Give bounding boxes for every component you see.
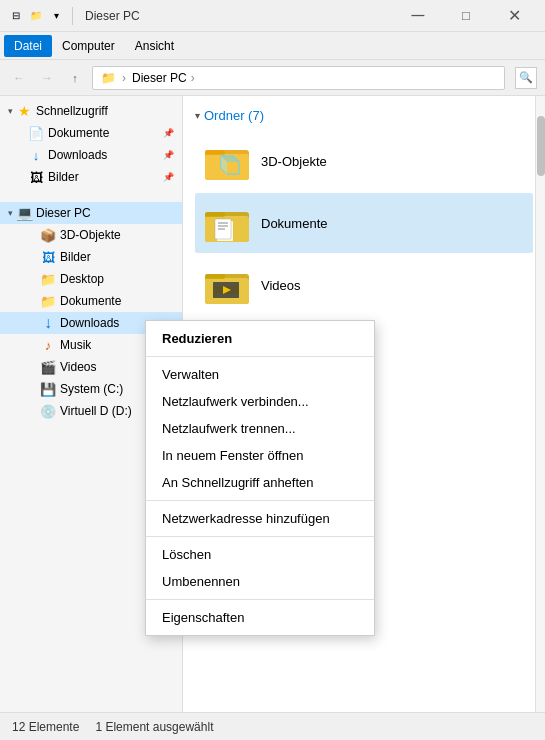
addressbar: ← → ↑ 📁 › Dieser PC › 🔍 [0,60,545,96]
expand-arrow-dieser-pc: ▾ [4,207,16,219]
expand-arrow-schnellzugriff: ▾ [4,105,16,117]
doc-icon-quick: 📄 [28,125,44,141]
titlebar-icons: ⊟ 📁 ▾ [8,7,77,25]
image-icon-quick: 🖼 [28,169,44,185]
sidebar-bilder-quick-label: Bilder [48,170,161,184]
sidebar-dokumente-label: Dokumente [60,294,174,308]
folder-3d-icon [203,137,251,185]
back-button[interactable]: ← [8,67,30,89]
sidebar-3dobjekte-label: 3D-Objekte [60,228,174,242]
ctx-item-eigenschaften[interactable]: Eigenschaften [146,604,374,631]
window-icon: ⊟ [8,8,24,24]
folder-3d-icon-sidebar: 📦 [40,227,56,243]
sidebar-item-bilder-quick[interactable]: 🖼 Bilder 📌 [0,166,182,188]
titlebar: ⊟ 📁 ▾ Dieser PC ─ □ ✕ [0,0,545,32]
folder-icon-title: 📁 [28,8,44,24]
ctx-item-verwalten[interactable]: Verwalten [146,361,374,388]
sidebar-item-desktop[interactable]: › 📁 Desktop [0,268,182,290]
minimize-button[interactable]: ─ [395,0,441,32]
video-icon: 🎬 [40,359,56,375]
sidebar-item-dokumente[interactable]: › 📁 Dokumente [0,290,182,312]
ctx-item-loeschen[interactable]: Löschen [146,541,374,568]
menu-datei[interactable]: Datei [4,35,52,57]
sidebar-schnellzugriff-label: Schnellzugriff [36,104,174,118]
sidebar-dieser-pc-label: Dieser PC [36,206,174,220]
sidebar-item-bilder[interactable]: › 🖼 Bilder [0,246,182,268]
download-icon-sidebar: ↓ [40,315,56,331]
ctx-item-schnellzugriff[interactable]: An Schnellzugriff anheften [146,469,374,496]
sidebar-item-3dobjekte[interactable]: › 📦 3D-Objekte [0,224,182,246]
folder-3dobjekte-name: 3D-Objekte [261,154,327,169]
folder-item-3dobjekte[interactable]: 3D-Objekte [195,131,533,191]
folders-toggle[interactable]: ▾ [195,110,200,121]
drive-d-icon: 💿 [40,403,56,419]
forward-button[interactable]: → [36,67,58,89]
maximize-button[interactable]: □ [443,0,489,32]
download-icon-quick: ↓ [28,147,44,163]
drive-c-icon: 💾 [40,381,56,397]
star-icon: ★ [16,103,32,119]
menu-computer[interactable]: Computer [52,35,125,57]
folders-section-header: ▾ Ordner (7) [195,108,533,123]
ctx-sep-4 [146,599,374,600]
window-title: Dieser PC [85,9,140,23]
sidebar-item-downloads-quick[interactable]: ↓ Downloads 📌 [0,144,182,166]
status-item-count: 12 Elemente [12,720,79,734]
address-folder-icon: 📁 [101,71,116,85]
ctx-item-neues-fenster[interactable]: In neuem Fenster öffnen [146,442,374,469]
folder-doc-icon [203,199,251,247]
pin-icon-downloads: 📌 [163,150,174,160]
pin-icon-bilder: 📌 [163,172,174,182]
ctx-sep-2 [146,500,374,501]
sidebar-item-dokumente-quick[interactable]: 📄 Dokumente 📌 [0,122,182,144]
close-button[interactable]: ✕ [491,0,537,32]
sidebar-desktop-label: Desktop [60,272,174,286]
address-end-separator: › [191,71,195,85]
context-menu: Reduzieren Verwalten Netzlaufwerk verbin… [145,320,375,636]
music-icon: ♪ [40,337,56,353]
ctx-item-netzlaufwerk-verbinden[interactable]: Netzlaufwerk verbinden... [146,388,374,415]
folder-video-icon [203,261,251,309]
sidebar-bilder-label: Bilder [60,250,174,264]
sidebar-schnellzugriff[interactable]: ▾ ★ Schnellzugriff [0,100,182,122]
sidebar-dieser-pc[interactable]: ▾ 💻 Dieser PC [0,202,182,224]
pc-icon: 💻 [16,205,32,221]
pin-icon-dokumente: 📌 [163,128,174,138]
ctx-item-umbenennen[interactable]: Umbenennen [146,568,374,595]
folder-videos-name: Videos [261,278,301,293]
folder-desktop-icon: 📁 [40,271,56,287]
ctx-item-netzlaufwerk-trennen[interactable]: Netzlaufwerk trennen... [146,415,374,442]
svg-rect-8 [205,212,225,217]
ctx-sep-1 [146,356,374,357]
menu-ansicht[interactable]: Ansicht [125,35,184,57]
ctx-item-reduzieren[interactable]: Reduzieren [146,325,374,352]
svg-rect-18 [213,282,239,286]
status-selected-count: 1 Element ausgewählt [95,720,213,734]
menubar: Datei Computer Ansicht [0,32,545,60]
address-path: Dieser PC [132,71,187,85]
ctx-sep-3 [146,536,374,537]
sidebar-downloads-quick-label: Downloads [48,148,161,162]
up-button[interactable]: ↑ [64,67,86,89]
folder-dokumente-icon: 📁 [40,293,56,309]
ctx-item-netzwerkadresse[interactable]: Netzwerkadresse hinzufügen [146,505,374,532]
address-separator: › [122,71,126,85]
address-box[interactable]: 📁 › Dieser PC › [92,66,505,90]
content-scrollbar[interactable] [535,96,545,712]
folder-item-dokumente[interactable]: Dokumente [195,193,533,253]
svg-rect-16 [205,274,225,279]
search-button[interactable]: 🔍 [515,67,537,89]
folder-bilder-icon: 🖼 [40,249,56,265]
folder-dokumente-name: Dokumente [261,216,327,231]
folders-section-title[interactable]: Ordner (7) [204,108,264,123]
sidebar-section-schnellzugriff: ▾ ★ Schnellzugriff 📄 Dokumente 📌 ↓ Downl… [0,100,182,188]
content-scrollbar-thumb[interactable] [537,116,545,176]
svg-rect-19 [213,294,239,298]
dropdown-icon[interactable]: ▾ [48,8,64,24]
sidebar-dokumente-quick-label: Dokumente [48,126,161,140]
svg-rect-2 [205,150,225,155]
statusbar: 12 Elemente 1 Element ausgewählt [0,712,545,740]
folder-item-videos[interactable]: Videos [195,255,533,315]
